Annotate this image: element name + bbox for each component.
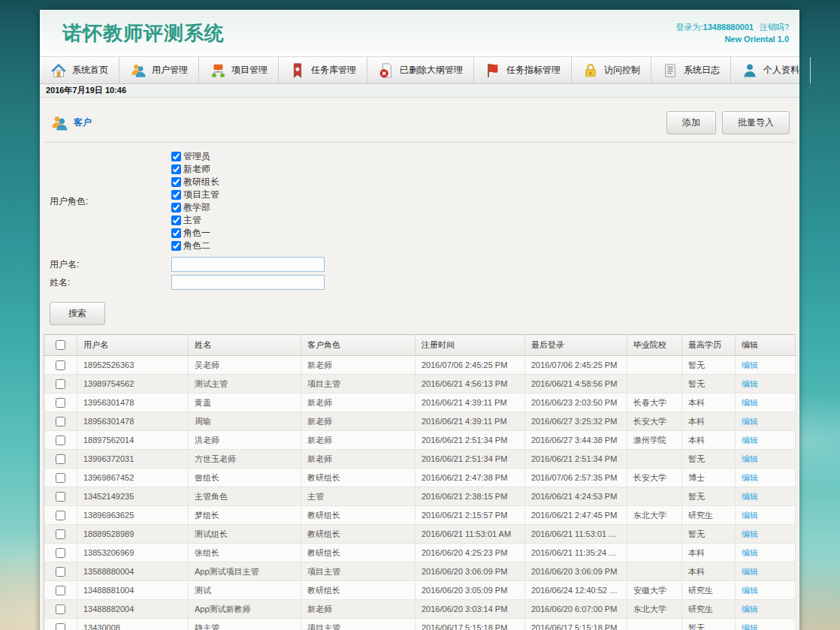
cell: 教研组长 <box>301 469 415 487</box>
column-header[interactable]: 最高学历 <box>682 335 736 356</box>
table-row: 13488882004App测试新教师新老师2016/06/20 3:03:14… <box>44 600 796 619</box>
row-checkbox[interactable] <box>56 454 65 464</box>
bookmark-icon <box>289 62 306 79</box>
edit-link[interactable]: 编辑 <box>742 511 758 520</box>
edit-link[interactable]: 编辑 <box>742 492 758 501</box>
cell: 测试 <box>189 581 301 600</box>
customers-icon <box>50 114 69 132</box>
username-input[interactable] <box>171 257 325 272</box>
role-checkbox-input[interactable] <box>171 203 181 213</box>
role-checkbox-input[interactable] <box>171 216 181 225</box>
role-checkbox-0[interactable]: 管理员 <box>171 150 219 163</box>
batch-import-button[interactable]: 批量导入 <box>722 111 790 134</box>
role-checkbox-input[interactable] <box>171 164 181 174</box>
cell: 项目主管 <box>301 562 415 581</box>
row-checkbox[interactable] <box>56 511 65 520</box>
users-icon <box>130 62 147 79</box>
edit-link[interactable]: 编辑 <box>742 473 758 482</box>
row-checkbox[interactable] <box>56 604 65 614</box>
cell: 18897562014 <box>77 431 189 450</box>
row-checkbox[interactable] <box>56 623 65 630</box>
edit-link[interactable]: 编辑 <box>742 567 758 576</box>
nav-item-3[interactable]: 任务库管理 <box>279 57 367 83</box>
row-checkbox[interactable] <box>56 492 65 502</box>
cell: 2016/06/20 3:05:09 PM <box>415 581 525 600</box>
cell: 18956301478 <box>77 412 189 431</box>
column-header[interactable]: 姓名 <box>189 335 301 356</box>
person-icon <box>742 62 758 79</box>
cell: 2016/06/27 3:25:32 PM <box>525 412 627 431</box>
role-checkbox-input[interactable] <box>171 190 181 200</box>
name-input[interactable] <box>171 275 325 290</box>
table-row: 13989754562测试主管项目主管2016/06/21 4:56:13 PM… <box>44 375 796 393</box>
edit-link[interactable]: 编辑 <box>742 529 758 538</box>
edit-link[interactable]: 编辑 <box>742 417 758 426</box>
role-checkbox-3[interactable]: 项目主管 <box>171 188 219 201</box>
logout-link[interactable]: 注销吗? <box>760 23 789 32</box>
column-header[interactable]: 注册时间 <box>415 335 525 356</box>
search-button[interactable]: 搜索 <box>50 302 105 325</box>
row-checkbox[interactable] <box>56 379 65 389</box>
edit-link[interactable]: 编辑 <box>742 436 758 445</box>
nav-item-label: 任务指标管理 <box>506 64 561 77</box>
edit-link[interactable]: 编辑 <box>742 604 758 613</box>
nav-item-0[interactable]: 系统首页 <box>40 57 119 83</box>
edit-link[interactable]: 编辑 <box>742 586 758 595</box>
flag-icon <box>485 62 501 79</box>
role-checkbox-input[interactable] <box>171 152 181 161</box>
edit-link[interactable]: 编辑 <box>742 398 758 407</box>
column-header[interactable]: 编辑 <box>736 335 796 356</box>
role-checkbox-1[interactable]: 新老师 <box>171 163 219 176</box>
home-icon <box>50 62 67 79</box>
nav-item-8[interactable]: 个人资料 <box>731 57 811 83</box>
edit-link[interactable]: 编辑 <box>742 623 758 630</box>
nav-item-2[interactable]: 项目管理 <box>199 57 279 83</box>
cell: 研究生 <box>682 581 736 600</box>
cell: 新老师 <box>301 600 415 619</box>
add-button[interactable]: 添加 <box>666 111 716 134</box>
cell: 2016/06/17 5:15:18 PM <box>525 619 627 630</box>
column-header[interactable]: 用户名 <box>77 335 189 356</box>
row-checkbox[interactable] <box>56 586 65 595</box>
cell: 教研组长 <box>301 544 415 562</box>
role-checkbox-7[interactable]: 角色二 <box>171 240 219 252</box>
role-checkbox-input[interactable] <box>171 228 181 238</box>
role-checkbox-input[interactable] <box>171 241 181 251</box>
row-checkbox[interactable] <box>56 398 65 408</box>
role-checkbox-5[interactable]: 主管 <box>171 214 219 227</box>
row-checkbox[interactable] <box>56 473 65 483</box>
edit-link[interactable]: 编辑 <box>742 379 758 388</box>
role-checkbox-input[interactable] <box>171 177 181 187</box>
cell: 新老师 <box>301 431 415 450</box>
row-checkbox[interactable] <box>56 436 65 445</box>
table-row: 13996372031方世玉老师新老师2016/06/21 2:51:34 PM… <box>44 450 796 469</box>
nav-item-5[interactable]: 任务指标管理 <box>474 57 572 83</box>
main-nav: 系统首页用户管理项目管理任务库管理已删除大纲管理任务指标管理访问控制系统日志个人… <box>40 56 799 84</box>
cell: 暂无 <box>682 450 736 469</box>
role-checkbox-2[interactable]: 教研组长 <box>171 176 219 188</box>
row-checkbox[interactable] <box>56 529 65 539</box>
role-checkbox-4[interactable]: 教学部 <box>171 201 219 214</box>
cell: 项目主管 <box>301 619 415 630</box>
nav-item-7[interactable]: 系统日志 <box>651 57 731 83</box>
cell: 本科 <box>682 544 736 562</box>
column-header[interactable]: 毕业院校 <box>627 335 682 356</box>
column-header[interactable]: 客户角色 <box>301 335 415 356</box>
edit-link[interactable]: 编辑 <box>742 548 758 557</box>
row-checkbox[interactable] <box>56 360 65 370</box>
column-header[interactable]: 最后登录 <box>525 335 627 356</box>
nav-item-1[interactable]: 用户管理 <box>119 57 199 83</box>
table-row: 18897562014洪老师新老师2016/06/21 2:51:34 PM20… <box>44 431 796 450</box>
nav-item-6[interactable]: 访问控制 <box>572 57 651 83</box>
cell: 2016/07/06 2:57:35 PM <box>525 469 627 487</box>
role-checkbox-6[interactable]: 角色一 <box>171 227 219 240</box>
cell: 教研组长 <box>301 525 415 544</box>
row-checkbox[interactable] <box>56 567 65 577</box>
edit-link[interactable]: 编辑 <box>742 360 758 369</box>
row-checkbox[interactable] <box>56 417 65 427</box>
row-checkbox[interactable] <box>56 548 65 558</box>
select-all-checkbox[interactable] <box>56 340 65 350</box>
cell: 13488881004 <box>77 581 189 600</box>
nav-item-4[interactable]: 已删除大纲管理 <box>367 57 474 83</box>
edit-link[interactable]: 编辑 <box>742 454 758 463</box>
